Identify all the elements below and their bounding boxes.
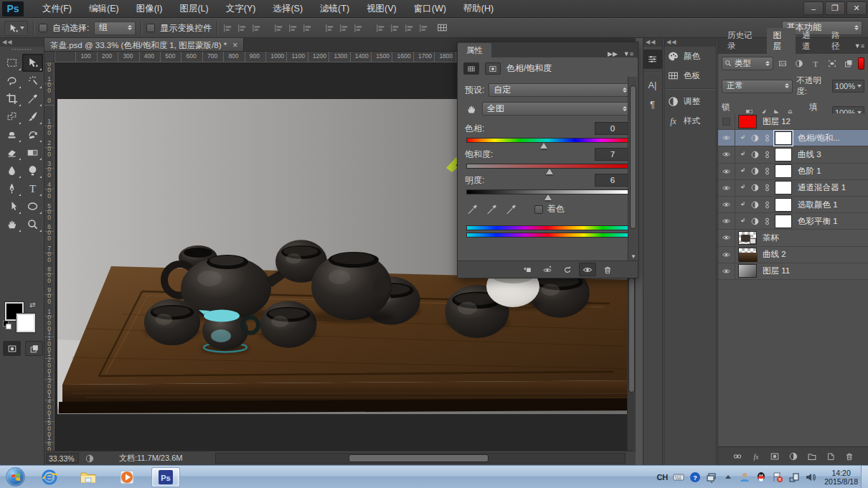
quick-mask-button[interactable] <box>3 341 21 356</box>
auto-select-target-dropdown[interactable]: 组 <box>94 22 136 35</box>
layer-row-4[interactable]: 通道混合器 1 <box>718 180 868 197</box>
filter-type-layers-button[interactable]: T <box>808 57 822 70</box>
restore-button[interactable]: ❐ <box>825 1 845 15</box>
eyedropper-add-icon[interactable] <box>486 203 498 215</box>
filter-pixel-layers-button[interactable] <box>776 57 790 70</box>
show-desktop-button[interactable] <box>861 466 868 488</box>
properties-scrollbar[interactable]: ▼ <box>628 77 637 261</box>
background-color-swatch[interactable] <box>16 314 35 332</box>
show-hidden-icons[interactable] <box>722 471 734 483</box>
eraser-tool[interactable] <box>1 144 22 161</box>
move-tool[interactable] <box>22 54 43 72</box>
layer-visibility-toggle[interactable] <box>718 164 735 179</box>
auto-select-checkbox[interactable] <box>39 24 47 32</box>
layer-visibility-toggle[interactable] <box>718 263 735 279</box>
new-layer-icon[interactable] <box>825 451 836 461</box>
masks-toggle-button[interactable] <box>463 62 479 75</box>
delete-layer-icon[interactable] <box>844 451 855 461</box>
menu-item-4[interactable]: 文字(Y) <box>217 0 265 18</box>
taskbar-media-player[interactable] <box>113 467 141 487</box>
filter-shape-layers-button[interactable] <box>825 57 839 70</box>
clip-to-layer-button[interactable] <box>519 263 536 276</box>
filter-smart-objects-button[interactable] <box>841 57 855 70</box>
layer-row-8[interactable]: 曲线 2 <box>718 247 868 263</box>
taskbar-clock[interactable]: 14:20 2015/8/18 <box>824 469 858 486</box>
layer-style-icon[interactable]: fx <box>750 451 762 461</box>
hue-slider[interactable] <box>466 138 629 143</box>
show-transform-checkbox[interactable] <box>146 24 155 32</box>
layer-visibility-toggle[interactable] <box>718 247 735 263</box>
layer-row-0[interactable]: 图层 12 <box>718 113 868 130</box>
filter-adjustment-layers-button[interactable] <box>793 57 806 70</box>
layer-row-1[interactable]: 色相/饱和... <box>718 130 868 146</box>
volume-icon[interactable] <box>805 471 816 483</box>
dock-item-paragraph[interactable]: ¶ <box>643 95 662 114</box>
eyedropper-sample-icon[interactable] <box>466 203 478 215</box>
preset-dropdown[interactable]: 自定 <box>489 83 631 97</box>
path-selection-tool[interactable] <box>1 197 22 215</box>
dock-item-properties[interactable] <box>643 50 662 69</box>
layer-row-3[interactable]: 色阶 1 <box>718 164 868 180</box>
help-icon[interactable]: ? <box>689 471 701 483</box>
vertical-ruler[interactable]: 2001000100200300400500600700800900100011… <box>44 62 55 465</box>
gradient-tool[interactable] <box>22 144 43 161</box>
dock1-collapse-header[interactable]: ◀◀ <box>643 38 662 47</box>
toolbox-collapse-header[interactable]: ◀◀ <box>0 38 44 47</box>
zoom-tool[interactable] <box>22 215 43 233</box>
hand-tool[interactable] <box>1 215 22 233</box>
new-adjustment-layer-icon[interactable] <box>788 451 799 461</box>
layer-mask-thumbnail[interactable] <box>775 198 792 212</box>
swap-colors-icon[interactable]: ⇄ <box>29 301 35 309</box>
menu-item-8[interactable]: 窗口(W) <box>405 0 455 18</box>
menu-item-0[interactable]: 文件(F) <box>34 0 80 18</box>
delete-adjustment-button[interactable] <box>599 263 616 276</box>
layer-thumbnail[interactable] <box>738 248 757 261</box>
zoom-level-field[interactable]: 33.33% <box>46 453 79 464</box>
menu-item-1[interactable]: 编辑(E) <box>80 0 128 18</box>
action-center-flag-icon[interactable] <box>772 471 783 483</box>
window-popup-icon[interactable] <box>706 471 717 483</box>
mask-button[interactable] <box>485 62 501 75</box>
menu-item-5[interactable]: 选择(S) <box>264 0 311 18</box>
eyedropper-subtract-icon[interactable] <box>505 203 517 215</box>
blend-mode-dropdown[interactable]: 正常 <box>722 80 793 93</box>
document-tab[interactable]: 茶盘.psd @ 33.3% (色相/饱和度 1, 图层蒙版/8) * × <box>44 38 244 51</box>
crop-tool[interactable] <box>1 90 22 108</box>
layer-thumbnail[interactable] <box>738 264 757 278</box>
default-colors-icon[interactable] <box>3 321 12 330</box>
menu-item-3[interactable]: 图层(L) <box>171 0 217 18</box>
rectangular-marquee-tool[interactable] <box>1 54 22 72</box>
toggle-visibility-button[interactable] <box>579 263 596 276</box>
layer-visibility-toggle[interactable] <box>718 197 735 212</box>
layer-thumbnail[interactable] <box>738 231 757 245</box>
link-layers-icon[interactable] <box>732 451 743 461</box>
type-tool[interactable]: T <box>22 179 43 197</box>
screen-mode-button[interactable] <box>25 341 43 356</box>
taskbar-internet-explorer[interactable] <box>35 467 64 487</box>
tab-通道[interactable]: 通道 <box>796 28 825 54</box>
dodge-tool[interactable] <box>22 161 43 179</box>
layer-thumbnail[interactable] <box>738 115 757 128</box>
brush-tool[interactable] <box>22 108 43 126</box>
layers-panel-menu-icon[interactable]: ▼≡ <box>854 42 864 50</box>
colorize-checkbox[interactable] <box>534 205 543 214</box>
clone-stamp-tool[interactable] <box>1 126 22 144</box>
user-status-icon[interactable] <box>739 471 750 483</box>
dock-item-0[interactable]: 颜色 <box>664 47 716 66</box>
tool-preset-picker[interactable] <box>4 21 28 36</box>
hue-value-field[interactable]: 0 <box>595 122 631 135</box>
panel-menu-icon[interactable]: ▼≡ <box>623 50 633 57</box>
layer-row-9[interactable]: 图层 11 <box>718 263 868 280</box>
menu-item-9[interactable]: 帮助(H) <box>455 0 502 18</box>
layer-visibility-toggle[interactable] <box>718 230 735 245</box>
menu-item-2[interactable]: 图像(I) <box>128 0 171 18</box>
dock-item-character[interactable]: A| <box>643 75 662 95</box>
tab-properties[interactable]: 属性 <box>458 43 491 57</box>
document-close-icon[interactable]: × <box>232 40 237 50</box>
opacity-field[interactable]: 100% <box>832 80 864 93</box>
ruler-corner[interactable] <box>44 52 55 62</box>
layer-row-2[interactable]: 曲线 3 <box>718 146 868 163</box>
lightness-slider[interactable] <box>466 189 629 194</box>
dock-item-1[interactable]: 色板 <box>664 66 716 85</box>
layer-visibility-toggle[interactable] <box>718 130 735 146</box>
